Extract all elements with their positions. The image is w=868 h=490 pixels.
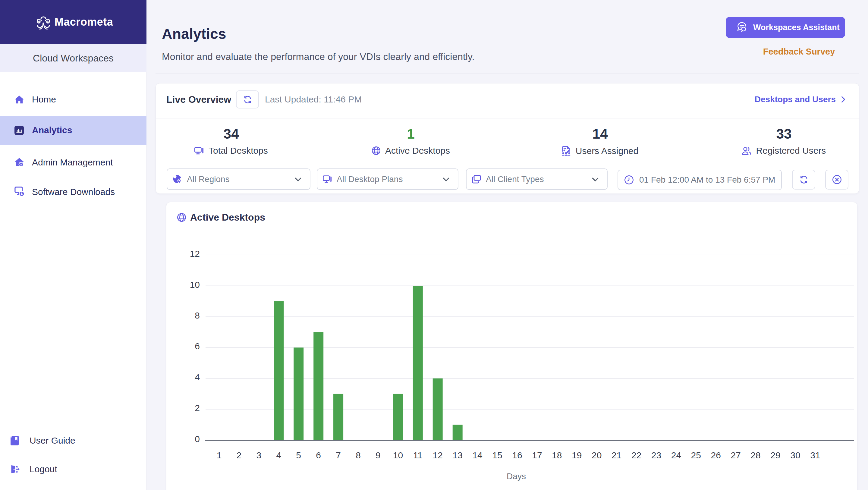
svg-text:1: 1 (217, 450, 222, 460)
svg-text:4: 4 (195, 372, 200, 382)
svg-text:5: 5 (296, 450, 301, 460)
svg-text:20: 20 (592, 450, 601, 460)
svg-text:8: 8 (355, 450, 361, 460)
svg-text:24: 24 (671, 450, 681, 460)
svg-text:6: 6 (195, 341, 200, 351)
svg-text:10: 10 (393, 450, 403, 460)
svg-text:27: 27 (731, 450, 741, 460)
svg-text:Days: Days (507, 471, 526, 481)
svg-text:10: 10 (190, 280, 200, 289)
svg-text:19: 19 (572, 450, 582, 460)
svg-text:12: 12 (433, 450, 443, 460)
svg-text:9: 9 (375, 450, 381, 460)
svg-text:12: 12 (190, 249, 200, 258)
svg-text:3: 3 (256, 450, 261, 460)
svg-text:14: 14 (472, 450, 482, 460)
svg-text:8: 8 (195, 310, 200, 320)
svg-text:2: 2 (237, 450, 242, 460)
svg-text:7: 7 (336, 450, 341, 460)
svg-text:15: 15 (492, 450, 502, 460)
svg-text:22: 22 (631, 450, 641, 460)
svg-text:18: 18 (552, 450, 562, 460)
svg-text:11: 11 (413, 450, 423, 460)
svg-text:4: 4 (276, 450, 281, 460)
svg-text:31: 31 (810, 450, 820, 460)
svg-text:13: 13 (453, 450, 463, 460)
svg-text:28: 28 (750, 450, 761, 460)
svg-text:16: 16 (512, 450, 522, 460)
svg-text:26: 26 (711, 450, 721, 460)
svg-text:2: 2 (195, 403, 200, 413)
svg-text:23: 23 (651, 450, 661, 460)
svg-text:21: 21 (612, 450, 621, 460)
svg-text:0: 0 (195, 434, 200, 444)
svg-text:17: 17 (532, 450, 542, 460)
svg-text:6: 6 (316, 450, 321, 460)
svg-text:25: 25 (691, 450, 701, 460)
svg-text:30: 30 (790, 450, 800, 460)
svg-text:29: 29 (770, 450, 780, 460)
